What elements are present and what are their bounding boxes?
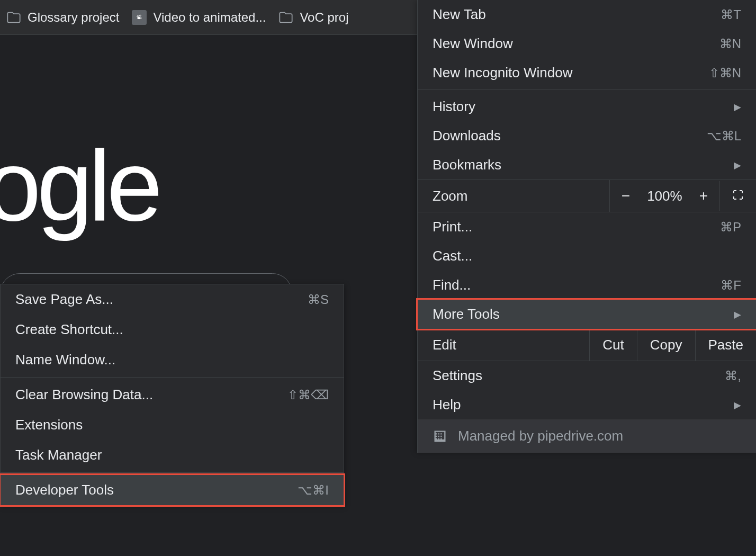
menu-label: History <box>433 98 475 115</box>
shortcut-text: ⌘N <box>719 37 741 51</box>
zoom-label: Zoom <box>418 181 609 212</box>
menu-new-incognito[interactable]: New Incognito Window ⇧⌘N <box>418 58 756 87</box>
edit-label: Edit <box>418 329 589 361</box>
menu-label: New Tab <box>433 6 486 23</box>
menu-downloads[interactable]: Downloads ⌥⌘L <box>418 121 756 150</box>
browser-main-menu: New Tab ⌘T New Window ⌘N New Incognito W… <box>417 0 756 453</box>
chevron-right-icon: ▶ <box>734 309 741 320</box>
bookmark-label: Glossary project <box>28 10 119 25</box>
menu-history[interactable]: History ▶ <box>418 92 756 121</box>
separator <box>418 89 756 90</box>
menu-help[interactable]: Help ▶ <box>418 390 756 419</box>
menu-label: Find... <box>433 277 471 293</box>
separator <box>1 472 344 473</box>
bookmark-label: VoC proj <box>300 10 348 25</box>
zoom-value: 100% <box>642 181 688 212</box>
submenu-label: Name Window... <box>15 352 115 368</box>
shortcut-text: ⌘F <box>721 278 741 293</box>
submenu-create-shortcut[interactable]: Create Shortcut... <box>1 315 344 345</box>
chevron-right-icon: ▶ <box>734 101 741 113</box>
menu-find[interactable]: Find... ⌘F <box>418 271 756 300</box>
menu-label: Print... <box>433 219 472 235</box>
menu-more-tools[interactable]: More Tools ▶ <box>416 298 756 330</box>
copy-button[interactable]: Copy <box>637 329 695 361</box>
google-logo: ogle <box>0 128 158 243</box>
menu-settings[interactable]: Settings ⌘, <box>418 361 756 390</box>
menu-label: Bookmarks <box>433 157 501 173</box>
folder-icon <box>6 10 21 25</box>
menu-label: Settings <box>433 367 482 384</box>
chevron-right-icon: ▶ <box>734 159 741 171</box>
submenu-clear-data[interactable]: Clear Browsing Data... ⇧⌘⌫ <box>1 380 344 410</box>
building-icon <box>433 429 447 444</box>
menu-label: More Tools <box>433 306 500 322</box>
menu-cast[interactable]: Cast... <box>418 241 756 271</box>
chevron-right-icon: ▶ <box>734 399 741 411</box>
bookmark-glossary[interactable]: Glossary project <box>6 10 119 25</box>
submenu-label: Save Page As... <box>15 291 113 308</box>
managed-by-row[interactable]: Managed by pipedrive.com <box>418 419 756 453</box>
submenu-extensions[interactable]: Extensions <box>1 410 344 440</box>
menu-label: New Window <box>433 35 513 52</box>
submenu-name-window[interactable]: Name Window... <box>1 345 344 375</box>
submenu-label: Clear Browsing Data... <box>15 387 153 403</box>
submenu-developer-tools[interactable]: Developer Tools ⌥⌘I <box>0 473 345 507</box>
submenu-label: Extensions <box>15 417 83 433</box>
menu-new-window[interactable]: New Window ⌘N <box>418 29 756 58</box>
separator <box>1 377 344 378</box>
shortcut-text: ⌥⌘L <box>707 129 741 144</box>
menu-label: New Incognito Window <box>433 65 572 81</box>
shortcut-text: ⌘T <box>721 7 741 22</box>
menu-bookmarks[interactable]: Bookmarks ▶ <box>418 150 756 180</box>
menu-label: Help <box>433 397 461 413</box>
more-tools-submenu: Save Page As... ⌘S Create Shortcut... Na… <box>0 284 344 506</box>
menu-edit-row: Edit Cut Copy Paste <box>418 329 756 361</box>
menu-zoom-row: Zoom − 100% + <box>418 180 756 212</box>
gif-icon: 📽 <box>132 10 147 25</box>
shortcut-text: ⇧⌘⌫ <box>287 388 329 402</box>
zoom-out-button[interactable]: − <box>610 180 642 212</box>
cut-button[interactable]: Cut <box>589 329 636 361</box>
menu-label: Downloads <box>433 128 501 144</box>
submenu-save-page[interactable]: Save Page As... ⌘S <box>1 284 344 315</box>
submenu-label: Developer Tools <box>15 482 114 498</box>
bookmark-video[interactable]: 📽 Video to animated... <box>132 10 266 25</box>
shortcut-text: ⌥⌘I <box>298 483 329 498</box>
bookmark-voc[interactable]: VoC proj <box>278 10 348 25</box>
zoom-in-button[interactable]: + <box>688 180 719 212</box>
fullscreen-button[interactable] <box>719 181 756 211</box>
folder-icon <box>278 10 293 25</box>
bookmark-label: Video to animated... <box>153 10 266 25</box>
zoom-controls: − 100% + <box>609 180 719 212</box>
shortcut-text: ⌘S <box>308 292 329 307</box>
shortcut-text: ⌘, <box>725 369 741 383</box>
menu-label: Cast... <box>433 248 472 264</box>
submenu-task-manager[interactable]: Task Manager <box>1 440 344 470</box>
fullscreen-icon <box>732 189 744 201</box>
submenu-label: Task Manager <box>15 447 102 463</box>
managed-text: Managed by pipedrive.com <box>458 428 623 444</box>
paste-button[interactable]: Paste <box>695 329 757 361</box>
shortcut-text: ⌘P <box>720 220 741 235</box>
menu-new-tab[interactable]: New Tab ⌘T <box>418 0 756 29</box>
menu-print[interactable]: Print... ⌘P <box>418 212 756 241</box>
submenu-label: Create Shortcut... <box>15 321 123 338</box>
shortcut-text: ⇧⌘N <box>709 66 741 80</box>
